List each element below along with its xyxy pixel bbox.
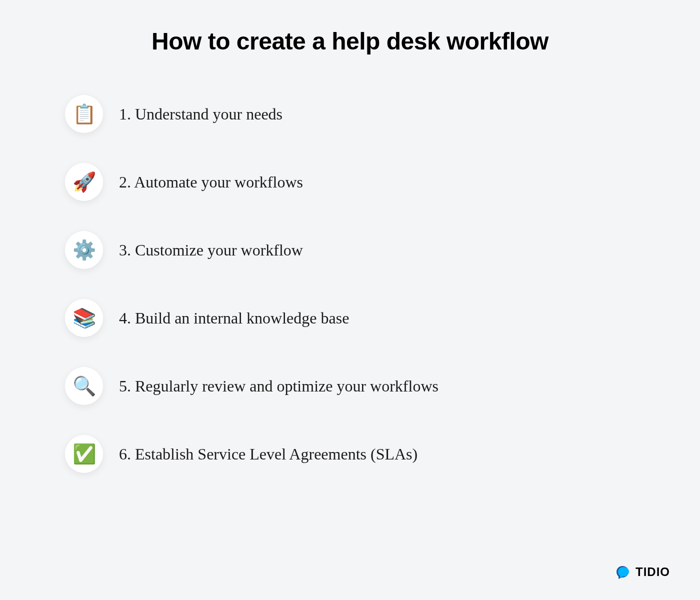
books-icon: 📚 <box>72 308 96 328</box>
step-item: 📚 4. Build an internal knowledge base <box>65 299 700 337</box>
step-icon-circle: ⚙️ <box>65 231 103 269</box>
step-item: 🔍 5. Regularly review and optimize your … <box>65 367 700 405</box>
step-item: ✅ 6. Establish Service Level Agreements … <box>65 435 700 473</box>
step-label: 1. Understand your needs <box>119 105 282 124</box>
steps-list: 📋 1. Understand your needs 🚀 2. Automate… <box>0 95 700 473</box>
step-item: 📋 1. Understand your needs <box>65 95 700 133</box>
step-icon-circle: 📋 <box>65 95 103 133</box>
clipboard-icon: 📋 <box>72 104 96 124</box>
step-item: ⚙️ 3. Customize your workflow <box>65 231 700 269</box>
step-label: 6. Establish Service Level Agreements (S… <box>119 445 418 464</box>
rocket-icon: 🚀 <box>72 172 96 192</box>
step-label: 5. Regularly review and optimize your wo… <box>119 377 438 396</box>
page-title: How to create a help desk workflow <box>0 0 700 55</box>
brand-name: TIDIO <box>636 565 670 579</box>
step-icon-circle: 📚 <box>65 299 103 337</box>
magnifying-glass-icon: 🔍 <box>72 376 96 396</box>
step-icon-circle: 🚀 <box>65 163 103 201</box>
step-label: 3. Customize your workflow <box>119 241 303 260</box>
step-label: 2. Automate your workflows <box>119 173 303 192</box>
step-label: 4. Build an internal knowledge base <box>119 309 349 328</box>
brand-logo: TIDIO <box>614 564 670 580</box>
gear-icon: ⚙️ <box>72 240 96 260</box>
step-icon-circle: 🔍 <box>65 367 103 405</box>
checkmark-icon: ✅ <box>72 444 96 464</box>
tidio-logo-icon <box>614 564 630 580</box>
step-icon-circle: ✅ <box>65 435 103 473</box>
step-item: 🚀 2. Automate your workflows <box>65 163 700 201</box>
